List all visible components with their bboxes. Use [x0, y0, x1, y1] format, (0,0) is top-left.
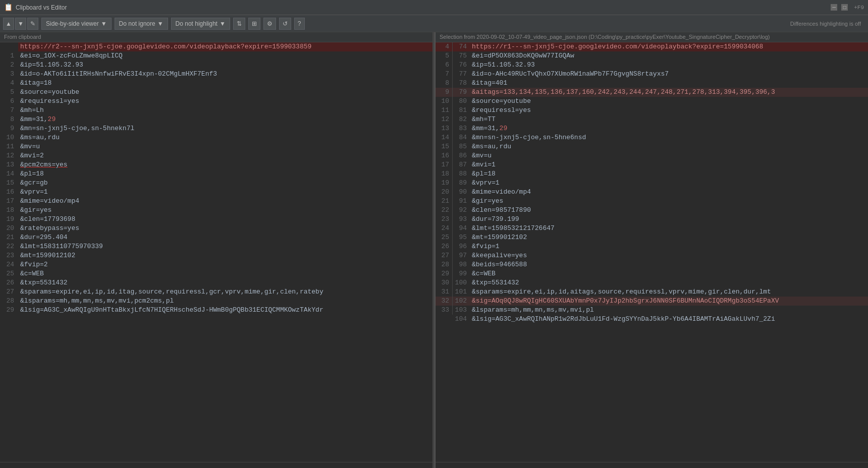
- right-line-num: 92: [453, 206, 470, 215]
- line-content: &ms=au,rdu: [470, 142, 868, 151]
- right-line-num: 102: [453, 297, 470, 306]
- left-line-num: 16: [436, 151, 453, 160]
- line-content: &lsig=AG3C_xAwRQIhANpR1w2RdJbLuU1Fd-WzgS…: [470, 315, 868, 324]
- left-scrollbar[interactable]: [0, 462, 432, 468]
- right-pane-content[interactable]: 4 74 https://r1---sn-jxnj5-cjoe.googlevi…: [436, 42, 868, 462]
- list-item: 4 74 https://r1---sn-jxnj5-cjoe.googlevi…: [436, 42, 868, 51]
- right-pane-header: Selection from 2020-09-02_10-07-49_video…: [436, 32, 868, 42]
- line-content: &mn=sn-jxnj5-cjoe,sn-5hne6nsd: [470, 133, 868, 142]
- viewer-dropdown-button[interactable]: Side-by-side viewer ▼: [41, 18, 112, 30]
- list-item: 26 96 &fvip=1: [436, 242, 868, 251]
- highlight-label: Do not highlight: [176, 20, 218, 27]
- left-line-num: 29: [436, 269, 453, 278]
- list-item: 29&lsig=AG3C_xAwRQIgU9nHTtaBkxjLfcN7HIQE…: [0, 306, 432, 315]
- line-content: &mv=u: [470, 151, 868, 160]
- list-item: 5&source=youtube: [0, 88, 432, 97]
- columns-button[interactable]: ⊞: [248, 18, 260, 30]
- list-item: 104 &lsig=AG3C_xAwRQIhANpR1w2RdJbLuU1Fd-…: [436, 315, 868, 324]
- list-item: 14 84 &mn=sn-jxnj5-cjoe,sn-5hne6nsd: [436, 133, 868, 142]
- right-line-num: 88: [453, 169, 470, 179]
- line-num: 19: [0, 215, 18, 224]
- line-num: 6: [0, 97, 18, 106]
- list-item: 31 101 &sparams=expire,ei,ip,id,aitags,s…: [436, 287, 868, 297]
- line-content: &requiressl=yes: [470, 106, 868, 115]
- line-content: &lmt=1583110775970339: [18, 242, 432, 251]
- left-line-num: 23: [436, 215, 453, 224]
- left-line-num: 11: [436, 106, 453, 115]
- right-line-num: 98: [453, 260, 470, 269]
- swap-button[interactable]: ⇅: [233, 18, 245, 30]
- line-content: &ratebypass=yes: [18, 224, 432, 233]
- prev-diff-button[interactable]: ▲: [3, 18, 14, 30]
- line-num: 10: [0, 133, 18, 142]
- line-num: 29: [0, 306, 18, 315]
- right-line-num: 94: [453, 224, 470, 233]
- f9-label: +F9: [854, 5, 864, 11]
- right-line-num: 85: [453, 142, 470, 151]
- list-item: 25 95 &mt=1599012102: [436, 233, 868, 242]
- list-item: 9&mn=sn-jxnj5-cjoe,sn-5hnekn7l: [0, 124, 432, 133]
- list-item: 24 94 &lmt=1598532121726647: [436, 224, 868, 233]
- list-item: 6&requiressl=yes: [0, 97, 432, 106]
- line-content: &mt=1599012102: [18, 251, 432, 260]
- left-pane-content[interactable]: https://r2---sn-jxnj5-cjoe.googlevideo.c…: [0, 42, 432, 462]
- line-content: &ei=dP5OX863DoKQ0wW77IGQAw: [470, 51, 868, 61]
- line-content: &pcm2cms=yes: [18, 160, 432, 169]
- help-button[interactable]: ?: [294, 18, 305, 30]
- line-content: &mime=video/mp4: [470, 188, 868, 197]
- line-content: &mvi=1: [470, 160, 868, 169]
- list-item: 8 78 &itag=401: [436, 79, 868, 88]
- maximize-button[interactable]: □: [841, 4, 848, 11]
- minimize-button[interactable]: ─: [831, 4, 837, 11]
- left-line-num: 30: [436, 278, 453, 287]
- line-content: &txp=5531432: [470, 278, 868, 287]
- line-content: &mh=Lh: [18, 106, 432, 115]
- list-item: 18 88 &pl=18: [436, 169, 868, 179]
- refresh-button[interactable]: ↺: [279, 18, 291, 30]
- line-content: &gir=yes: [470, 197, 868, 206]
- list-item: 5 75 &ei=dP5OX863DoKQ0wW77IGQAw: [436, 51, 868, 61]
- highlight-dropdown-button[interactable]: Do not highlight ▼: [171, 18, 230, 30]
- list-item: 13&pcm2cms=yes: [0, 160, 432, 169]
- list-item: 28&lsparams=mh,mm,mn,ms,mv,mvi,pcm2cms,p…: [0, 297, 432, 306]
- right-line-num: 103: [453, 306, 470, 315]
- edit-button[interactable]: ✎: [27, 18, 38, 30]
- right-line-num: 79: [453, 88, 470, 97]
- left-line-num: 14: [436, 133, 453, 142]
- list-item: 8&mm=31,29: [0, 115, 432, 124]
- left-line-num: 13: [436, 124, 453, 133]
- right-line-num: 96: [453, 242, 470, 251]
- line-content: &mvi=2: [18, 151, 432, 160]
- line-content: &mime=video/mp4: [18, 197, 432, 206]
- line-content: &id=o-AKTo6iIitIRHsNnfwiFRvE3I4xpn-02CMg…: [18, 70, 432, 79]
- line-content: &dur=739.199: [470, 215, 868, 224]
- line-content: &c=WEB: [18, 269, 432, 278]
- settings-button[interactable]: ⚙: [263, 18, 276, 30]
- list-item: 23 93 &dur=739.199: [436, 215, 868, 224]
- line-content: &sig=AOq0QJ8wRQIgHC60SXUAbYmnP0x7JyIJp2h…: [470, 297, 868, 306]
- line-content: &fvip=1: [470, 242, 868, 251]
- line-num: 14: [0, 169, 18, 179]
- line-content: &clen=985717890: [470, 206, 868, 215]
- ignore-dropdown-button[interactable]: Do not ignore ▼: [115, 18, 168, 30]
- right-line-num: 84: [453, 133, 470, 142]
- list-item: 28 98 &beids=9466588: [436, 260, 868, 269]
- line-num: 3: [0, 70, 18, 79]
- left-line-num: 15: [436, 142, 453, 151]
- line-content: &vprv=1: [18, 188, 432, 197]
- next-diff-button[interactable]: ▼: [15, 18, 26, 30]
- list-item: 7&mh=Lh: [0, 106, 432, 115]
- list-item: 27&sparams=expire,ei,ip,id,itag,source,r…: [0, 287, 432, 297]
- list-item: 25&c=WEB: [0, 269, 432, 278]
- left-line-num: 7: [436, 70, 453, 79]
- list-item: 21 91 &gir=yes: [436, 197, 868, 206]
- app-icon: 📋: [4, 3, 13, 12]
- right-line-num: 76: [453, 61, 470, 70]
- list-item: 26&txp=5531432: [0, 278, 432, 287]
- list-item: 7 77 &id=o-AHc49RUcTvQhxO7XUmoRW1naWPb7F…: [436, 70, 868, 79]
- list-item: 24&fvip=2: [0, 260, 432, 269]
- list-item: 14&pl=18: [0, 169, 432, 179]
- right-scrollbar[interactable]: [436, 462, 868, 468]
- line-content: &lsparams=mh,mm,mn,ms,mv,mvi,pl: [470, 306, 868, 315]
- list-item: 21&dur=295.404: [0, 233, 432, 242]
